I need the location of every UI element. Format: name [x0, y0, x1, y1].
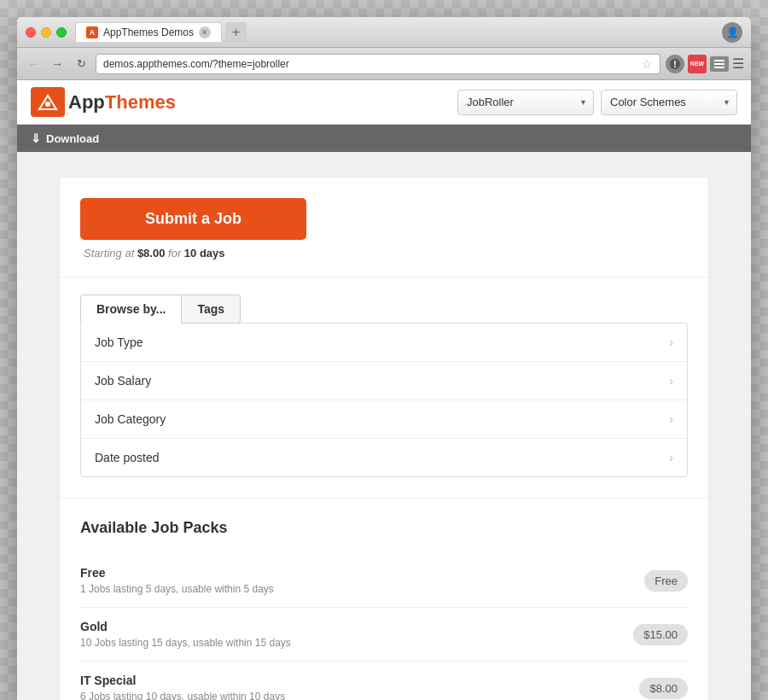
svg-rect-3 — [714, 63, 724, 65]
chevron-right-icon-4: › — [669, 451, 673, 464]
download-label: Download — [46, 132, 99, 145]
download-bar: ⇓ Download — [17, 125, 751, 152]
section-title: Available Job Packs — [80, 519, 688, 537]
minimize-button[interactable] — [41, 27, 51, 38]
browser-window: A AppThemes Demos ✕ + 👤 ← → ↻ demos.appt… — [17, 17, 751, 700]
tab-browse-by[interactable]: Browse by... — [80, 295, 181, 324]
pack-name-gold: Gold — [80, 620, 633, 633]
browse-item-label-job-type: Job Type — [95, 335, 669, 349]
pack-price-it-special[interactable]: $8.00 — [639, 678, 688, 699]
app-toolbar-right: JobRoller Vantage Classipress Color Sche… — [457, 90, 737, 115]
chevron-right-icon-2: › — [669, 374, 673, 388]
logo-text: AppThemes — [68, 91, 176, 114]
pack-info-it-special: IT Special 6 Jobs lasting 10 days, usabl… — [80, 674, 639, 700]
submit-job-button[interactable]: Submit a Job — [80, 198, 306, 240]
chevron-right-icon-3: › — [669, 412, 673, 426]
title-bar: A AppThemes Demos ✕ + 👤 — [17, 17, 751, 48]
price-suffix: for — [165, 247, 183, 260]
browse-item-date-posted[interactable]: Date posted › — [81, 439, 687, 476]
tab-bar: A AppThemes Demos ✕ + — [75, 22, 247, 43]
days: 10 days — [184, 247, 225, 260]
address-bar: ← → ↻ demos.appthemes.com/?theme=jobroll… — [17, 48, 751, 80]
maximize-button[interactable] — [56, 27, 67, 38]
tab-tags[interactable]: Tags — [181, 295, 241, 324]
logo-icon — [31, 87, 65, 117]
price: $8.00 — [137, 247, 166, 260]
svg-rect-2 — [714, 60, 724, 61]
url-text: demos.appthemes.com/?theme=jobroller — [103, 58, 638, 70]
app-toolbar: AppThemes JobRoller Vantage Classipress … — [17, 80, 751, 125]
new-tab-button[interactable]: + — [225, 22, 247, 43]
pack-price-gold[interactable]: $15.00 — [633, 624, 688, 645]
content-area: Submit a Job Starting at $8.00 for 10 da… — [60, 178, 708, 700]
browse-section: Browse by... Tags Job Type › Job Salary … — [60, 277, 708, 499]
browse-item-job-type[interactable]: Job Type › — [81, 324, 687, 362]
tab-close-button[interactable]: ✕ — [199, 26, 211, 38]
pack-info-gold: Gold 10 Jobs lasting 15 days, usable wit… — [80, 620, 633, 649]
browser-toolbar-icons: NEW ☰ — [666, 55, 744, 73]
theme-selector[interactable]: JobRoller Vantage Classipress — [457, 90, 594, 115]
browse-item-job-category[interactable]: Job Category › — [81, 400, 687, 439]
browse-tabs: Browse by... Tags — [80, 295, 688, 324]
browser-ext-icon-2[interactable]: NEW — [688, 55, 707, 73]
browser-ext-icon-1[interactable] — [666, 55, 684, 73]
traffic-lights — [26, 27, 67, 38]
svg-point-5 — [45, 102, 50, 107]
browse-item-label-job-category: Job Category — [95, 412, 669, 426]
pack-name-free: Free — [80, 566, 644, 580]
user-avatar[interactable]: 👤 — [722, 22, 742, 43]
color-scheme-selector-wrapper[interactable]: Color Schemes Default Blue Green — [601, 90, 737, 115]
browse-item-job-salary[interactable]: Job Salary › — [81, 362, 687, 400]
theme-selector-wrapper[interactable]: JobRoller Vantage Classipress — [457, 90, 594, 115]
pack-item-it-special: IT Special 6 Jobs lasting 10 days, usabl… — [80, 662, 688, 700]
pack-name-it-special: IT Special — [80, 674, 639, 687]
browse-item-label-job-salary: Job Salary — [95, 374, 669, 388]
download-button[interactable]: ⇓ Download — [31, 131, 99, 145]
browser-ext-icon-3[interactable] — [710, 56, 729, 72]
logo-app: App — [68, 91, 105, 113]
color-scheme-selector[interactable]: Color Schemes Default Blue Green — [601, 90, 737, 115]
page-content: Submit a Job Starting at $8.00 for 10 da… — [17, 152, 751, 700]
submit-section: Submit a Job Starting at $8.00 for 10 da… — [60, 178, 708, 277]
svg-point-1 — [674, 66, 676, 67]
download-icon: ⇓ — [31, 131, 41, 145]
job-packs-section: Available Job Packs Free 1 Jobs lasting … — [60, 499, 708, 700]
bookmark-icon[interactable]: ☆ — [642, 57, 653, 71]
tab-favicon: A — [86, 26, 98, 38]
pack-item-free: Free 1 Jobs lasting 5 days, usable withi… — [80, 554, 688, 608]
browse-item-label-date-posted: Date posted — [95, 451, 669, 464]
tab-title: AppThemes Demos — [103, 26, 194, 38]
svg-rect-4 — [714, 67, 724, 68]
app-logo: AppThemes — [31, 87, 176, 117]
pack-desc-gold: 10 Jobs lasting 15 days, usable within 1… — [80, 637, 633, 649]
pack-desc-it-special: 6 Jobs lasting 10 days, usable within 10… — [80, 691, 639, 700]
pack-item-gold: Gold 10 Jobs lasting 15 days, usable wit… — [80, 608, 688, 662]
pricing-text: Starting at $8.00 for 10 days — [80, 247, 688, 260]
refresh-button[interactable]: ↻ — [72, 55, 90, 73]
pricing-label: Starting at — [84, 247, 137, 260]
back-button[interactable]: ← — [24, 55, 43, 73]
chevron-right-icon: › — [669, 335, 673, 349]
browse-list: Job Type › Job Salary › Job Category › D… — [80, 323, 688, 477]
pack-desc-free: 1 Jobs lasting 5 days, usable within 5 d… — [80, 583, 644, 595]
pack-price-free[interactable]: Free — [644, 570, 688, 592]
url-bar[interactable]: demos.appthemes.com/?theme=jobroller ☆ — [96, 54, 660, 74]
close-button[interactable] — [26, 27, 36, 38]
forward-button[interactable]: → — [48, 55, 67, 73]
pack-info-free: Free 1 Jobs lasting 5 days, usable withi… — [80, 566, 644, 595]
browser-menu-icon[interactable]: ☰ — [732, 55, 744, 72]
browser-tab[interactable]: A AppThemes Demos ✕ — [75, 22, 222, 42]
